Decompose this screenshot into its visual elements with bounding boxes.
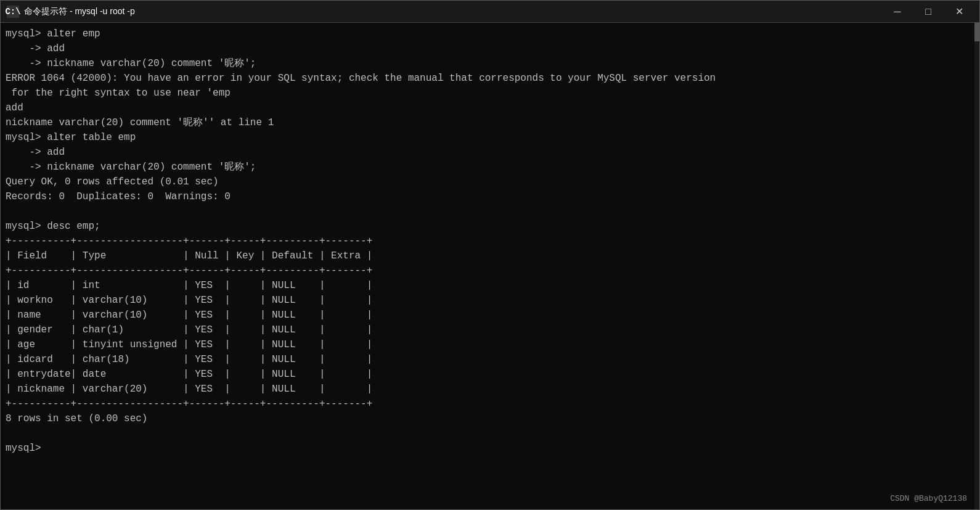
scrollbar[interactable] (974, 23, 979, 509)
scrollbar-thumb[interactable] (974, 23, 979, 41)
minimize-button[interactable]: ─ (883, 2, 912, 22)
close-button[interactable]: ✕ (945, 2, 973, 22)
title-bar: C:\ 命令提示符 - mysql -u root -p ─ □ ✕ (1, 1, 979, 23)
terminal-body[interactable]: mysql> alter emp -> add -> nickname varc… (1, 23, 979, 509)
app-icon: C:\ (7, 6, 19, 18)
maximize-button[interactable]: □ (914, 2, 942, 22)
window-title: 命令提示符 - mysql -u root -p (24, 6, 883, 17)
window-controls: ─ □ ✕ (883, 2, 973, 22)
watermark: CSDN @BabyQ12138 (890, 494, 967, 503)
terminal-content: mysql> alter emp -> add -> nickname varc… (6, 27, 974, 456)
terminal-window: C:\ 命令提示符 - mysql -u root -p ─ □ ✕ mysql… (0, 0, 980, 510)
